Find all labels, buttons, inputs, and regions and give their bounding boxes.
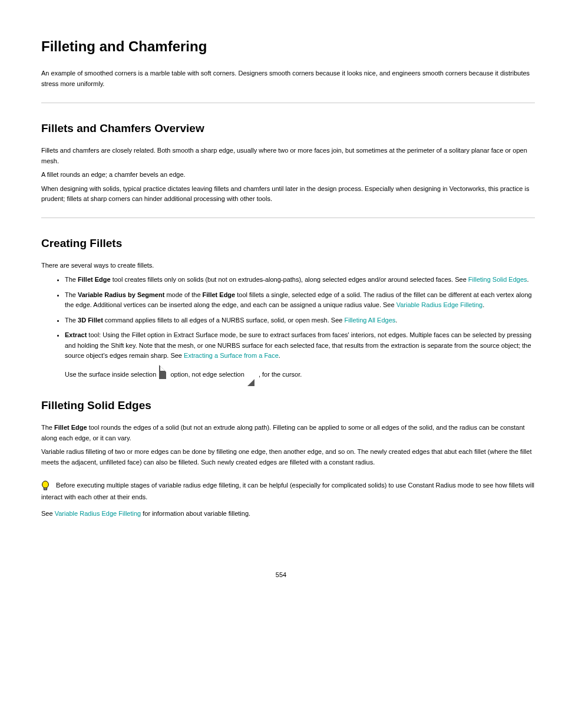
command-name: 3D Fillet <box>78 317 103 324</box>
svg-rect-2 <box>44 489 47 490</box>
mode-name: Variable Radius by Segment <box>78 291 164 298</box>
tip-text: Before executing multiple stages of vari… <box>41 482 534 500</box>
fillet-methods-list: The Fillet Edge tool creates fillets onl… <box>41 275 535 380</box>
fillet-solid-paragraph-2: Variable radius filleting of two or more… <box>41 447 535 467</box>
tool-name: Fillet Edge <box>203 291 236 298</box>
cross-reference-link[interactable]: Filleting Solid Edges <box>468 276 527 283</box>
divider <box>41 218 535 218</box>
page-number: 554 <box>0 546 562 592</box>
cross-reference-link[interactable]: Variable Radius Edge Filleting <box>396 301 483 308</box>
intro-paragraph: An example of smoothed corners is a marb… <box>41 68 535 89</box>
tool-name: Fillet Edge <box>78 276 111 283</box>
divider <box>41 103 535 103</box>
list-item: The 3D Fillet command applies fillets to… <box>65 315 535 326</box>
cross-reference-link[interactable]: Variable Radius Edge Filleting <box>55 510 141 517</box>
cross-reference-link[interactable]: Extracting a Surface from a Face <box>184 352 279 359</box>
section-overview-heading: Fillets and Chamfers Overview <box>41 120 535 137</box>
section-creating-heading: Creating Fillets <box>41 235 535 252</box>
overview-paragraph-2: A fillet rounds an edge; a chamfer bevel… <box>41 170 535 180</box>
tip-block: Before executing multiple stages of vari… <box>41 480 535 503</box>
overview-paragraph-1: Fillets and chamfers are closely related… <box>41 146 535 166</box>
cross-reference-link[interactable]: Filleting All Edges <box>344 317 395 324</box>
edge-selection-icon <box>247 371 256 379</box>
surface-inside-selection-icon <box>159 371 167 379</box>
fillet-solid-paragraph-1: The Fillet Edge tool rounds the edges of… <box>41 423 535 443</box>
creating-intro: There are several ways to create fillets… <box>41 261 535 271</box>
list-item: The Variable Radius by Segment mode of t… <box>65 290 535 311</box>
document-page: Filleting and Chamfering An example of s… <box>0 0 562 546</box>
svg-point-0 <box>42 481 49 488</box>
lightbulb-icon <box>41 480 51 492</box>
see-also-paragraph: See Variable Radius Edge Filleting for i… <box>41 509 535 519</box>
page-title: Filleting and Chamfering <box>41 35 535 58</box>
cursor-option-note: Use the surface inside selection option,… <box>65 370 535 380</box>
list-item: The Fillet Edge tool creates fillets onl… <box>65 275 535 285</box>
tool-name: Fillet Edge <box>54 424 87 431</box>
overview-paragraph-3: When designing with solids, typical prac… <box>41 184 535 205</box>
list-item: Extract tool: Using the Fillet option in… <box>65 330 535 380</box>
tool-name: Extract <box>65 331 87 338</box>
section-filleting-solid-heading: Filleting Solid Edges <box>41 397 535 414</box>
